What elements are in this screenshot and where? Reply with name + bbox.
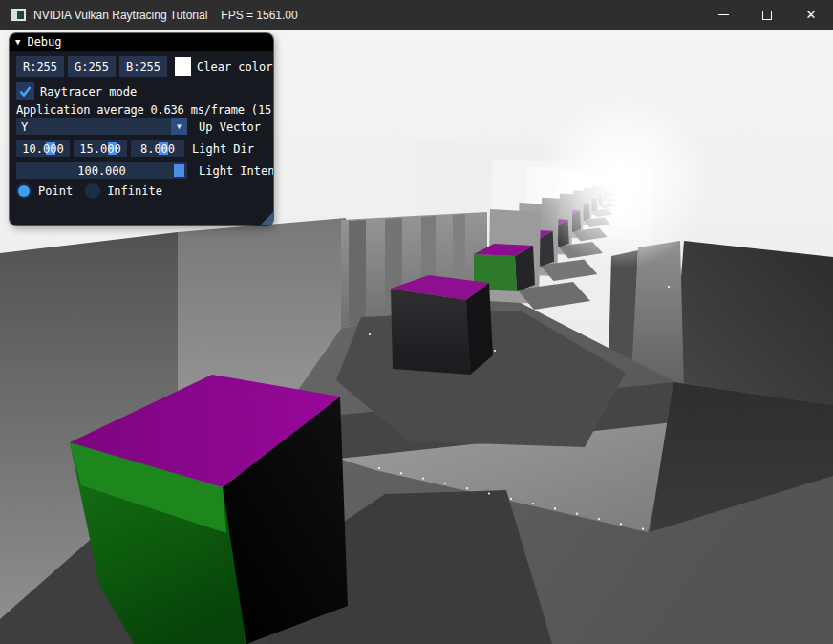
debug-panel: ▼ Debug R:255 G:255 B:255 Clear color Ra… [10, 33, 273, 225]
light-dir-y-value: 15.000 [79, 142, 120, 156]
maximize-icon [762, 11, 772, 20]
light-dir-y-slider[interactable]: 15.000 [74, 140, 127, 157]
radio-point-label: Point [38, 184, 73, 198]
blue-value-button[interactable]: B:255 [119, 56, 167, 77]
slider-grab[interactable] [174, 164, 184, 177]
light-dir-x-slider[interactable]: 10.000 [16, 140, 70, 157]
minimize-icon [718, 14, 729, 15]
clear-color-label: Clear color [197, 60, 272, 74]
close-button[interactable]: ✕ [789, 0, 833, 30]
minimize-button[interactable] [701, 0, 745, 30]
radio-infinite[interactable] [85, 183, 100, 199]
up-vector-value: Y [21, 120, 28, 134]
raytracer-row: Raytracer mode [16, 82, 273, 100]
resize-grip[interactable] [260, 212, 273, 225]
check-icon [17, 83, 33, 99]
scene-cube-middle [391, 275, 493, 375]
collapse-arrow-icon[interactable]: ▼ [15, 38, 20, 47]
fps-counter: FPS = 1561.00 [221, 9, 297, 22]
app-icon [11, 9, 26, 21]
light-dir-z-value: 8.000 [140, 142, 175, 156]
light-dir-label: Light Dir [192, 142, 254, 156]
red-value-button[interactable]: R:255 [16, 56, 64, 77]
close-icon: ✕ [806, 9, 817, 21]
light-dir-z-slider[interactable]: 8.000 [131, 140, 184, 157]
light-intensity-value: 100.000 [77, 164, 126, 178]
up-vector-combo[interactable]: Y ▼ [16, 118, 187, 135]
light-type-row: Point Infinite [16, 183, 273, 199]
raytracer-checkbox-label: Raytracer mode [40, 85, 137, 98]
raytracer-checkbox[interactable] [16, 82, 34, 100]
clear-color-swatch[interactable] [175, 57, 191, 76]
up-vector-label: Up Vector [199, 120, 261, 134]
radio-point[interactable] [16, 183, 32, 199]
debug-panel-header[interactable]: ▼ Debug [10, 33, 273, 51]
up-vector-row: Y ▼ Up Vector [16, 118, 273, 135]
window-title: NVIDIA Vulkan Raytracing Tutorial [33, 9, 207, 22]
render-viewport[interactable]: ▼ Debug R:255 G:255 B:255 Clear color Ra… [0, 30, 833, 644]
light-intensity-row: 100.000 Light Intensity [16, 162, 273, 179]
scene-light-glow [535, 92, 711, 268]
window-controls: ✕ [701, 0, 833, 30]
light-intensity-slider[interactable]: 100.000 [16, 162, 187, 179]
light-dir-row: 10.000 15.000 8.000 Light Dir [16, 140, 273, 157]
debug-panel-title: Debug [27, 35, 61, 49]
light-intensity-label: Light Intensity [199, 164, 273, 178]
light-dir-x-value: 10.000 [22, 142, 63, 156]
clear-color-row: R:255 G:255 B:255 Clear color [16, 56, 273, 77]
radio-infinite-label: Infinite [107, 184, 162, 198]
app-window: NVIDIA Vulkan Raytracing Tutorial FPS = … [0, 0, 833, 644]
titlebar: NVIDIA Vulkan Raytracing Tutorial FPS = … [0, 0, 833, 30]
stats-text: Application average 0.636 ms/frame (15 [16, 103, 273, 117]
green-value-button[interactable]: G:255 [68, 56, 116, 77]
maximize-button[interactable] [745, 0, 789, 30]
combo-arrow-icon[interactable]: ▼ [171, 118, 187, 135]
